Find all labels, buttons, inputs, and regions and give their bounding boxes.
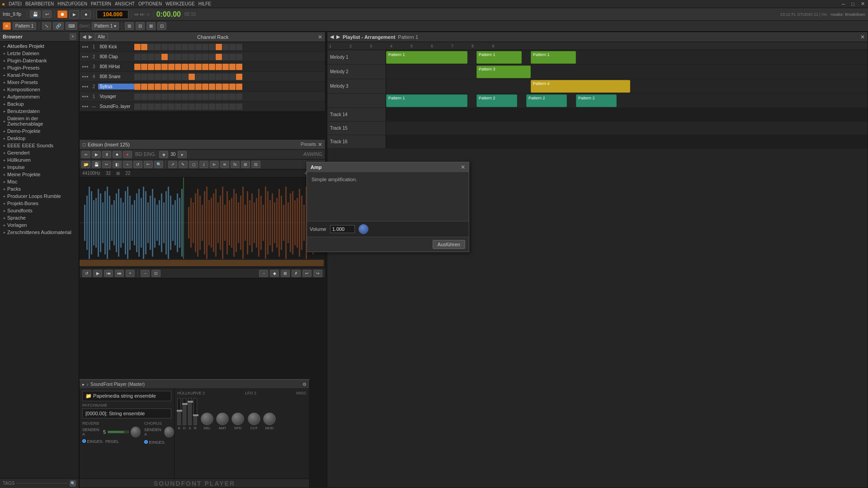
pad[interactable]	[209, 84, 215, 90]
sidebar-item-benutzerdaten[interactable]: ▸ Benutzerdaten	[0, 108, 79, 115]
pattern-block[interactable]: Pattern 1	[476, 51, 522, 64]
sidebar-item-aufgenommen[interactable]: ▸ Aufgenommen	[0, 93, 79, 100]
ed-stop-btn[interactable]: ■	[113, 151, 122, 158]
pattern-block[interactable]: Pattern 1	[386, 94, 467, 107]
pad[interactable]	[209, 44, 215, 50]
pad[interactable]	[229, 64, 236, 70]
pad[interactable]	[148, 44, 154, 50]
pad[interactable]	[222, 84, 229, 90]
pad[interactable]	[134, 94, 141, 100]
pad[interactable]	[189, 84, 195, 90]
snap-btn[interactable]: ⤡	[42, 22, 51, 30]
pad[interactable]	[182, 94, 188, 100]
pattern-block[interactable]: Pattern 1	[531, 51, 576, 64]
playlist-back[interactable]: ◀	[330, 34, 334, 40]
window-minimize[interactable]: ─	[840, 1, 847, 7]
ed-trim-btn[interactable]: ⊢	[144, 161, 153, 168]
sidebar-item-eeee[interactable]: ▸ EEEE EEEE Sounds	[0, 142, 79, 149]
pad[interactable]	[189, 54, 195, 60]
piano-btn[interactable]: ⌨	[66, 22, 77, 30]
ed-loop-transport[interactable]: ↺	[82, 270, 91, 277]
channel-rack-forward-btn[interactable]: ▶	[89, 34, 92, 40]
pad[interactable]	[155, 103, 161, 110]
pad[interactable]	[209, 54, 215, 60]
pad[interactable]	[148, 103, 154, 110]
play-button[interactable]: ▶	[69, 10, 79, 19]
pad[interactable]	[168, 74, 175, 80]
pad[interactable]	[134, 74, 141, 80]
pad[interactable]	[134, 64, 141, 70]
pad[interactable]	[168, 54, 175, 60]
sf-misc-mod-knob[interactable]	[263, 413, 276, 425]
pad[interactable]	[161, 103, 168, 110]
pad[interactable]	[182, 74, 188, 80]
ed-record-btn[interactable]: ●	[123, 151, 132, 158]
ed-erase-btn[interactable]: ◻	[189, 161, 198, 168]
amp-close-btn[interactable]: ✕	[461, 164, 465, 170]
sf-preset-file[interactable]: 📁 Papelmedia string ensemble	[82, 391, 171, 401]
pad[interactable]	[148, 64, 154, 70]
tool3[interactable]: ⊠	[146, 22, 156, 30]
pattern-block[interactable]: Pattern 2	[576, 94, 617, 107]
pad[interactable]	[189, 103, 195, 110]
pad[interactable]	[175, 44, 181, 50]
pad[interactable]	[148, 84, 154, 90]
pad[interactable]	[141, 44, 147, 50]
pattern-block[interactable]: Pattern 2	[476, 94, 517, 107]
pad[interactable]	[141, 84, 147, 90]
pad[interactable]	[189, 94, 195, 100]
track-content[interactable]: Pattern 4	[386, 79, 868, 93]
ed-next-btn[interactable]: ⏭	[115, 270, 124, 277]
pad[interactable]	[216, 103, 222, 110]
pad[interactable]	[141, 64, 147, 70]
pattern-block[interactable]: Pattern 2	[526, 94, 567, 107]
pad[interactable]	[161, 84, 168, 90]
record-button[interactable]: ⏺	[57, 10, 67, 18]
ed-zoom-btn[interactable]: 🔍	[154, 161, 163, 168]
sidebar-item-vorlagen[interactable]: ▸ Vorlagen	[0, 221, 79, 229]
pad[interactable]	[202, 74, 208, 80]
sidebar-item-letzte[interactable]: ▸ Letzte Dateien	[0, 50, 79, 57]
pad[interactable]	[195, 44, 202, 50]
ed-save-btn[interactable]: 💾	[92, 161, 101, 168]
pad[interactable]	[155, 74, 161, 80]
menu-werkzeuge[interactable]: WERKZEUGE	[165, 1, 194, 6]
pad[interactable]	[161, 44, 168, 50]
window-close[interactable]: ✕	[859, 1, 866, 7]
ed-filter-btn[interactable]: ≋	[220, 161, 229, 168]
pattern-btn[interactable]: Pattern 1	[13, 22, 37, 30]
pad[interactable]	[209, 74, 215, 80]
link-btn[interactable]: 🔗	[53, 22, 64, 30]
ed-region-btn[interactable]: ◧	[113, 161, 122, 168]
window-maximize[interactable]: □	[850, 1, 856, 7]
pad[interactable]	[236, 44, 242, 50]
tags-search-btn[interactable]: 🔍	[70, 480, 76, 487]
ed-loop-btn[interactable]: ∞	[81, 151, 90, 158]
pad[interactable]	[209, 94, 215, 100]
sidebar-item-plugin-db[interactable]: ▸ Plugin-Datenbank	[0, 57, 79, 64]
pad[interactable]	[134, 54, 141, 60]
pad[interactable]	[161, 74, 168, 80]
pad[interactable]	[236, 54, 242, 60]
pad[interactable]	[195, 54, 202, 60]
ed-add-btn[interactable]: +	[126, 270, 135, 277]
pad[interactable]	[175, 74, 181, 80]
pad[interactable]	[161, 54, 168, 60]
ed-play-transport[interactable]: ▶	[93, 270, 102, 277]
amp-volume-knob[interactable]	[359, 224, 368, 234]
pad[interactable]	[216, 64, 222, 70]
pad[interactable]	[189, 74, 195, 80]
pad[interactable]	[161, 94, 168, 100]
tool1[interactable]: ⊞	[125, 22, 134, 30]
pad[interactable]	[216, 74, 222, 80]
pad[interactable]	[202, 44, 208, 50]
pad[interactable]	[148, 54, 154, 60]
pad[interactable]	[229, 44, 236, 50]
pad[interactable]	[141, 103, 147, 110]
sidebar-add-btn[interactable]: +	[70, 33, 76, 40]
sidebar-item-zerschnittenes[interactable]: ▸ Zerschnittenes Audiomaterial	[0, 229, 79, 236]
pad[interactable]	[195, 84, 202, 90]
sf-lfo-del-knob[interactable]	[201, 413, 213, 425]
pad[interactable]	[161, 64, 168, 70]
menu-optionen[interactable]: OPTIONEN	[138, 1, 162, 6]
